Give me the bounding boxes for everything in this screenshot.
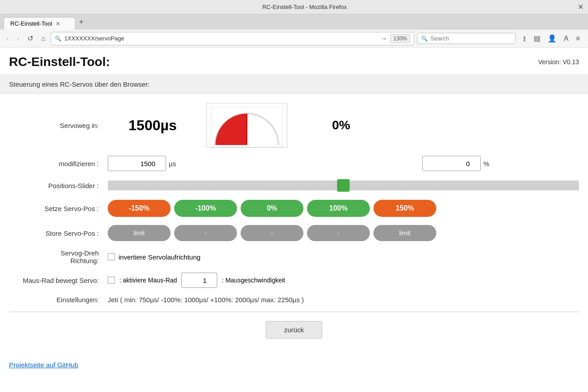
search-bar[interactable]: 🔍 [417,33,516,44]
mausrad-checkbox[interactable] [108,277,115,284]
store-btn-dash2[interactable]: - [241,225,303,241]
subtitle-bar: Steuerung eines RC-Servos über den Brows… [0,75,588,94]
modifizieren-label: modifizieren : [9,160,108,167]
nav-reload-button[interactable]: ↺ [25,32,36,44]
gauge-container [206,103,287,148]
search-input[interactable] [430,35,512,42]
us-unit: µs [169,160,176,167]
gauge-svg [211,107,283,147]
setze-row: Setze Servo-Pos : -150% -100% 0% 100% 15… [9,200,579,217]
modifizieren-row: modifizieren : µs % [9,156,579,171]
slider-thumb[interactable] [337,179,350,192]
servoweg-label: Servoweg in: [9,122,108,129]
translate-icon[interactable]: A [562,33,570,44]
search-icon: 🔍 [421,35,428,42]
pct-unit: % [483,160,489,167]
store-row: Store Servo-Pos : limit - - - limit [9,225,579,241]
browser-navbar: ‹ › ↺ ⌂ 🔍 → 130% 🔍 ⫿ ▤ 👤 A ≡ [0,30,588,48]
reading-mode-icon[interactable]: ▤ [532,32,542,44]
pos-btn-0[interactable]: 0% [241,200,303,217]
servoweg-row: Servoweg in: 1500µs 0% [9,103,579,148]
address-bar[interactable]: 🔍 → 130% [51,32,414,45]
dreh-checkbox-label[interactable]: invertiere Servolaufrichtung [108,253,201,261]
version-label: Version: V0.13 [538,58,579,66]
dreh-label: Servog-Dreh Richtung: [9,249,108,264]
browser-tabbar: RC-Einstell-Tool ✕ + [0,14,588,30]
divider [9,312,579,312]
browser-tab[interactable]: RC-Einstell-Tool ✕ [4,17,75,30]
us-input[interactable] [108,156,166,171]
zoom-level[interactable]: 130% [390,34,410,43]
new-tab-button[interactable]: + [75,16,88,29]
main-section: Servoweg in: 1500µs 0% modifizieren : [0,94,588,357]
einstellungen-row: Einstellungen: Jeti ( min: 750µs/ -100%:… [9,296,579,304]
pos-btn-minus150[interactable]: -150% [108,200,171,217]
dreh-checkbox[interactable] [108,253,115,260]
percent-value: 0% [296,118,386,132]
slider-track [108,181,579,190]
mausrad-speed-input[interactable] [181,273,217,288]
account-icon[interactable]: 👤 [546,32,558,44]
page-header: RC-Einstell-Tool: Version: V0.13 [0,48,588,75]
slider-row: Positions-Slider : [9,179,579,192]
address-search-icon: 🔍 [55,35,61,42]
einstellungen-text: Jeti ( min: 750µs/ -100%: 1000µs/ +100%:… [108,296,304,304]
store-btn-limit1[interactable]: limit [108,225,171,241]
subtitle-text: Steuerung eines RC-Servos über den Brows… [9,80,150,88]
store-btn-dash3[interactable]: - [307,225,370,241]
pos-btn-minus100[interactable]: -100% [174,200,237,217]
slider-container [108,179,579,192]
mausrad-label: Maus-Rad bewegt Servo: [9,277,108,284]
tab-close-button[interactable]: ✕ [56,21,60,27]
pct-spinner-group: % [422,156,489,171]
nav-back-button[interactable]: ‹ [4,33,11,44]
mausrad-row: Maus-Rad bewegt Servo: : aktiviere Maus-… [9,273,579,288]
nav-home-button[interactable]: ⌂ [39,33,48,44]
setze-btn-group: -150% -100% 0% 100% 150% [108,200,436,217]
menu-icon[interactable]: ≡ [574,33,582,44]
mausrad-text: : aktiviere Maus-Rad [119,277,177,284]
setze-label: Setze Servo-Pos : [9,205,108,212]
nav-go-button[interactable]: → [380,35,387,43]
bookmarks-icon[interactable]: ⫿ [521,33,528,44]
store-btn-dash1[interactable]: - [174,225,237,241]
browser-close-button[interactable]: ✕ [578,3,584,11]
pos-btn-plus150[interactable]: 150% [373,200,436,217]
pos-btn-plus100[interactable]: 100% [307,200,370,217]
store-label: Store Servo-Pos : [9,229,108,237]
browser-title: RC-Einstell-Tool - Mozilla Firefox [31,4,578,10]
slider-label: Positions-Slider : [9,182,108,189]
page-content: RC-Einstell-Tool: Version: V0.13 Steueru… [0,48,588,392]
address-input[interactable] [64,35,377,42]
back-btn-container: zurück [9,321,579,339]
dreh-row: Servog-Dreh Richtung: invertiere Servola… [9,249,579,264]
mausrad-speed-text: : Mausgeschwindigkeit [222,277,285,284]
github-link[interactable]: Projektseite auf GitHub [0,357,588,378]
tab-label: RC-Einstell-Tool [10,20,52,27]
mausrad-controls: : aktiviere Maus-Rad : Mausgeschwindigke… [108,273,285,288]
servoweg-value: 1500µs [108,117,197,134]
dreh-text: invertiere Servolaufrichtung [118,253,201,261]
back-button[interactable]: zurück [266,321,322,339]
store-btn-limit2[interactable]: limit [373,225,436,241]
nav-forward-button[interactable]: › [14,33,22,44]
browser-titlebar: RC-Einstell-Tool - Mozilla Firefox ✕ [0,0,588,14]
page-title: RC-Einstell-Tool: [9,55,110,69]
pct-input[interactable] [422,156,481,171]
us-spinner-group: µs [108,156,176,171]
einstellungen-label: Einstellungen: [9,296,108,304]
store-btn-group: limit - - - limit [108,225,436,241]
nav-icons: ⫿ ▤ 👤 A ≡ [518,32,584,44]
